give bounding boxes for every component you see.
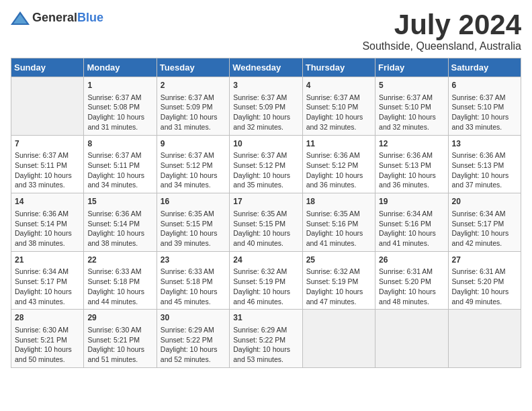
- calendar-cell: 30Sunrise: 6:29 AM Sunset: 5:22 PM Dayli…: [157, 310, 229, 368]
- logo-blue: Blue: [77, 11, 103, 25]
- logo-general: General: [32, 11, 77, 25]
- day-number: 29: [87, 312, 152, 324]
- calendar-cell: 2Sunrise: 6:37 AM Sunset: 5:09 PM Daylig…: [157, 77, 229, 136]
- calendar-week-row: 7Sunrise: 6:37 AM Sunset: 5:11 PM Daylig…: [11, 135, 521, 193]
- calendar-cell: 17Sunrise: 6:35 AM Sunset: 5:15 PM Dayli…: [230, 193, 302, 252]
- day-number: 28: [15, 312, 80, 324]
- calendar-cell: 18Sunrise: 6:35 AM Sunset: 5:16 PM Dayli…: [302, 193, 375, 252]
- cell-info: Sunrise: 6:36 AM Sunset: 5:14 PM Dayligh…: [15, 209, 80, 248]
- calendar-cell: 25Sunrise: 6:32 AM Sunset: 5:19 PM Dayli…: [302, 251, 375, 310]
- calendar-cell: [11, 77, 84, 136]
- day-number: 10: [233, 138, 298, 150]
- cell-info: Sunrise: 6:34 AM Sunset: 5:16 PM Dayligh…: [379, 209, 444, 248]
- cell-info: Sunrise: 6:36 AM Sunset: 5:13 PM Dayligh…: [379, 150, 444, 190]
- cell-info: Sunrise: 6:37 AM Sunset: 5:09 PM Dayligh…: [161, 93, 226, 132]
- calendar-cell: 22Sunrise: 6:33 AM Sunset: 5:18 PM Dayli…: [84, 251, 157, 310]
- calendar-cell: 20Sunrise: 6:34 AM Sunset: 5:17 PM Dayli…: [448, 193, 521, 252]
- day-number: 14: [15, 196, 80, 208]
- cell-info: Sunrise: 6:36 AM Sunset: 5:14 PM Dayligh…: [87, 209, 152, 248]
- calendar-cell: 27Sunrise: 6:31 AM Sunset: 5:20 PM Dayli…: [448, 251, 521, 310]
- logo: General Blue: [11, 11, 103, 25]
- day-number: 16: [161, 196, 226, 208]
- header: General Blue July 2024 Southside, Queens…: [11, 11, 521, 52]
- logo-icon: [11, 11, 30, 25]
- day-number: 15: [87, 196, 152, 208]
- cell-info: Sunrise: 6:29 AM Sunset: 5:22 PM Dayligh…: [161, 325, 226, 365]
- calendar-cell: [448, 310, 521, 368]
- cell-info: Sunrise: 6:37 AM Sunset: 5:12 PM Dayligh…: [233, 150, 298, 190]
- cell-info: Sunrise: 6:30 AM Sunset: 5:21 PM Dayligh…: [15, 325, 80, 365]
- cell-info: Sunrise: 6:35 AM Sunset: 5:15 PM Dayligh…: [233, 209, 298, 248]
- calendar-cell: 9Sunrise: 6:37 AM Sunset: 5:12 PM Daylig…: [157, 135, 229, 193]
- cell-info: Sunrise: 6:37 AM Sunset: 5:08 PM Dayligh…: [87, 93, 152, 132]
- calendar-cell: 11Sunrise: 6:36 AM Sunset: 5:12 PM Dayli…: [302, 135, 375, 193]
- cell-info: Sunrise: 6:35 AM Sunset: 5:15 PM Dayligh…: [161, 209, 226, 248]
- cell-info: Sunrise: 6:31 AM Sunset: 5:20 PM Dayligh…: [379, 267, 444, 306]
- day-number: 13: [452, 138, 517, 150]
- header-sunday: Sunday: [11, 58, 84, 77]
- day-number: 2: [161, 80, 226, 91]
- day-number: 17: [233, 196, 298, 208]
- cell-info: Sunrise: 6:36 AM Sunset: 5:13 PM Dayligh…: [452, 150, 517, 190]
- cell-info: Sunrise: 6:37 AM Sunset: 5:10 PM Dayligh…: [452, 93, 517, 132]
- calendar-cell: 13Sunrise: 6:36 AM Sunset: 5:13 PM Dayli…: [448, 135, 521, 193]
- cell-info: Sunrise: 6:33 AM Sunset: 5:18 PM Dayligh…: [161, 267, 226, 306]
- calendar-cell: [375, 310, 448, 368]
- calendar-cell: 21Sunrise: 6:34 AM Sunset: 5:17 PM Dayli…: [11, 251, 84, 310]
- calendar-cell: 12Sunrise: 6:36 AM Sunset: 5:13 PM Dayli…: [375, 135, 448, 193]
- day-number: 8: [87, 138, 152, 150]
- cell-info: Sunrise: 6:37 AM Sunset: 5:11 PM Dayligh…: [15, 150, 80, 190]
- calendar-cell: 23Sunrise: 6:33 AM Sunset: 5:18 PM Dayli…: [157, 251, 229, 310]
- cell-info: Sunrise: 6:30 AM Sunset: 5:21 PM Dayligh…: [87, 325, 152, 365]
- calendar-cell: 24Sunrise: 6:32 AM Sunset: 5:19 PM Dayli…: [230, 251, 302, 310]
- calendar-cell: 6Sunrise: 6:37 AM Sunset: 5:10 PM Daylig…: [448, 77, 521, 136]
- day-number: 20: [452, 196, 517, 208]
- calendar-cell: [302, 310, 375, 368]
- calendar-week-row: 21Sunrise: 6:34 AM Sunset: 5:17 PM Dayli…: [11, 251, 521, 310]
- header-wednesday: Wednesday: [230, 58, 302, 77]
- calendar-cell: 8Sunrise: 6:37 AM Sunset: 5:11 PM Daylig…: [84, 135, 157, 193]
- calendar-cell: 5Sunrise: 6:37 AM Sunset: 5:10 PM Daylig…: [375, 77, 448, 136]
- calendar-cell: 10Sunrise: 6:37 AM Sunset: 5:12 PM Dayli…: [230, 135, 302, 193]
- day-number: 9: [161, 138, 226, 150]
- day-number: 11: [306, 138, 371, 150]
- cell-info: Sunrise: 6:32 AM Sunset: 5:19 PM Dayligh…: [233, 267, 298, 306]
- calendar-cell: 19Sunrise: 6:34 AM Sunset: 5:16 PM Dayli…: [375, 193, 448, 252]
- cell-info: Sunrise: 6:34 AM Sunset: 5:17 PM Dayligh…: [15, 267, 80, 306]
- calendar-cell: 4Sunrise: 6:37 AM Sunset: 5:10 PM Daylig…: [302, 77, 375, 136]
- cell-info: Sunrise: 6:37 AM Sunset: 5:09 PM Dayligh…: [233, 93, 298, 132]
- cell-info: Sunrise: 6:29 AM Sunset: 5:22 PM Dayligh…: [233, 325, 298, 365]
- header-saturday: Saturday: [448, 58, 521, 77]
- cell-info: Sunrise: 6:31 AM Sunset: 5:20 PM Dayligh…: [452, 267, 517, 306]
- calendar-table: SundayMondayTuesdayWednesdayThursdayFrid…: [11, 58, 521, 368]
- day-number: 23: [161, 255, 226, 266]
- day-number: 1: [87, 80, 152, 91]
- calendar-cell: 14Sunrise: 6:36 AM Sunset: 5:14 PM Dayli…: [11, 193, 84, 252]
- header-tuesday: Tuesday: [157, 58, 229, 77]
- day-number: 31: [233, 312, 298, 324]
- header-friday: Friday: [375, 58, 448, 77]
- day-number: 25: [306, 255, 371, 266]
- day-number: 5: [379, 80, 444, 91]
- calendar-cell: 26Sunrise: 6:31 AM Sunset: 5:20 PM Dayli…: [375, 251, 448, 310]
- day-number: 18: [306, 196, 371, 208]
- cell-info: Sunrise: 6:35 AM Sunset: 5:16 PM Dayligh…: [306, 209, 371, 248]
- day-number: 3: [233, 80, 298, 91]
- day-number: 24: [233, 255, 298, 266]
- calendar-cell: 1Sunrise: 6:37 AM Sunset: 5:08 PM Daylig…: [84, 77, 157, 136]
- header-thursday: Thursday: [302, 58, 375, 77]
- header-monday: Monday: [84, 58, 157, 77]
- cell-info: Sunrise: 6:37 AM Sunset: 5:10 PM Dayligh…: [379, 93, 444, 132]
- calendar-week-row: 14Sunrise: 6:36 AM Sunset: 5:14 PM Dayli…: [11, 193, 521, 252]
- day-number: 7: [15, 138, 80, 150]
- calendar-cell: 3Sunrise: 6:37 AM Sunset: 5:09 PM Daylig…: [230, 77, 302, 136]
- cell-info: Sunrise: 6:37 AM Sunset: 5:10 PM Dayligh…: [306, 93, 371, 132]
- location: Southside, Queensland, Australia: [362, 40, 521, 52]
- cell-info: Sunrise: 6:37 AM Sunset: 5:12 PM Dayligh…: [161, 150, 226, 190]
- day-number: 12: [379, 138, 444, 150]
- day-number: 6: [452, 80, 517, 91]
- day-number: 19: [379, 196, 444, 208]
- cell-info: Sunrise: 6:33 AM Sunset: 5:18 PM Dayligh…: [87, 267, 152, 306]
- calendar-week-row: 1Sunrise: 6:37 AM Sunset: 5:08 PM Daylig…: [11, 77, 521, 136]
- month-year: July 2024: [362, 11, 521, 39]
